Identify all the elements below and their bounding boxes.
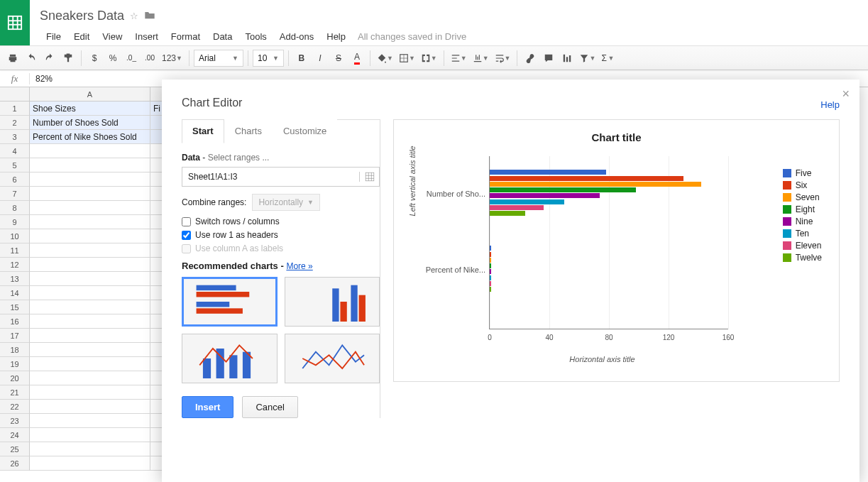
help-link[interactable]: Help: [820, 99, 840, 110]
chart-thumb-line[interactable]: [285, 334, 380, 383]
italic-icon[interactable]: I: [312, 50, 329, 67]
menu-file[interactable]: File: [40, 28, 67, 45]
insert-button[interactable]: Insert: [182, 396, 234, 418]
menu-tools[interactable]: Tools: [238, 28, 273, 45]
undo-icon[interactable]: [23, 50, 40, 67]
column-header-a[interactable]: A: [30, 87, 150, 102]
chart-thumb-combo[interactable]: [182, 334, 278, 383]
svg-rect-16: [197, 308, 243, 313]
svg-rect-14: [197, 292, 250, 297]
chart-thumb-vbar[interactable]: [285, 277, 380, 327]
svg-rect-15: [197, 302, 230, 307]
svg-rect-21: [203, 358, 211, 378]
print-icon[interactable]: [4, 50, 21, 67]
cancel-button[interactable]: Cancel: [242, 396, 297, 418]
svg-rect-18: [340, 302, 346, 322]
bold-icon[interactable]: B: [293, 50, 310, 67]
increase-decimal[interactable]: .00: [141, 50, 158, 67]
chart-legend: FiveSixSevenEightNineTenElevenTwelve: [783, 166, 822, 265]
redo-icon[interactable]: [41, 50, 58, 67]
merge-cells-icon[interactable]: ▼: [419, 50, 439, 67]
functions-icon[interactable]: Σ ▼: [599, 50, 616, 67]
chart-preview: Chart title Left vertical axis title 040…: [393, 119, 840, 382]
menu-insert[interactable]: Insert: [128, 28, 165, 45]
format-currency[interactable]: $: [86, 50, 103, 67]
star-icon[interactable]: ☆: [130, 11, 138, 21]
insert-link-icon[interactable]: [522, 50, 539, 67]
more-charts-link[interactable]: More »: [286, 261, 312, 271]
dialog-title: Chart Editor: [182, 97, 840, 109]
toolbar: $ % .0_ .00 123 ▼ Arial▼ 10▼ B I S A ▼ ▼…: [0, 45, 868, 70]
svg-rect-0: [9, 16, 21, 29]
switch-rows-cols-checkbox[interactable]: Switch rows / columns: [182, 217, 380, 226]
select-range-icon[interactable]: [359, 172, 379, 182]
font-size-select[interactable]: 10▼: [253, 50, 284, 67]
font-family-select[interactable]: Arial▼: [194, 50, 243, 67]
menu-bar: File Edit View Insert Format Data Tools …: [40, 27, 868, 45]
paint-format-icon[interactable]: [60, 50, 77, 67]
strike-icon[interactable]: S: [330, 50, 347, 67]
svg-rect-8: [366, 172, 374, 181]
folder-icon[interactable]: [144, 10, 155, 22]
v-align-icon[interactable]: ▼: [471, 50, 491, 67]
menu-view[interactable]: View: [96, 28, 128, 45]
y-axis-title: Left vertical axis title: [408, 146, 417, 216]
menu-format[interactable]: Format: [165, 28, 207, 45]
text-color-icon[interactable]: A: [348, 50, 366, 67]
tab-customize[interactable]: Customize: [273, 119, 337, 143]
chart-editor-dialog: × Help Chart Editor Start Charts Customi…: [162, 80, 859, 471]
tab-charts[interactable]: Charts: [224, 119, 273, 143]
format-percent[interactable]: %: [104, 50, 121, 67]
decrease-decimal[interactable]: .0_: [123, 50, 140, 67]
use-cola-checkbox: Use column A as labels: [182, 243, 380, 253]
svg-rect-23: [229, 355, 237, 378]
filter-icon[interactable]: ▼: [577, 50, 598, 67]
menu-data[interactable]: Data: [207, 28, 238, 45]
more-formats[interactable]: 123 ▼: [160, 50, 185, 67]
svg-rect-17: [332, 288, 339, 322]
menu-addons[interactable]: Add-ons: [273, 28, 320, 45]
menu-edit[interactable]: Edit: [67, 28, 96, 45]
borders-icon[interactable]: ▼: [397, 50, 417, 67]
x-axis-title: Horizontal axis title: [476, 355, 728, 363]
menu-help[interactable]: Help: [320, 28, 352, 45]
chart-thumb-hbar[interactable]: [182, 277, 278, 327]
save-status: All changes saved in Drive: [358, 31, 466, 42]
h-align-icon[interactable]: ▼: [449, 50, 469, 67]
formula-input[interactable]: 82%: [30, 74, 58, 84]
use-row1-checkbox[interactable]: Use row 1 as headers: [182, 230, 380, 240]
data-range-input[interactable]: Sheet1!A1:I3: [182, 167, 380, 187]
chart-title: Chart title: [405, 131, 828, 143]
svg-rect-19: [351, 285, 357, 322]
wrap-text-icon[interactable]: ▼: [493, 50, 513, 67]
close-icon[interactable]: ×: [842, 87, 850, 102]
tab-start[interactable]: Start: [182, 119, 224, 143]
svg-rect-13: [197, 285, 236, 290]
insert-chart-icon[interactable]: [559, 50, 576, 67]
combine-ranges-select: Horizontally▼: [252, 194, 320, 211]
insert-comment-icon[interactable]: [540, 50, 557, 67]
svg-rect-20: [358, 295, 365, 322]
fx-label: fx: [0, 73, 30, 84]
app-logo[interactable]: [0, 0, 30, 45]
document-title[interactable]: Sneakers Data: [40, 9, 124, 23]
fill-color-icon[interactable]: ▼: [375, 50, 395, 67]
